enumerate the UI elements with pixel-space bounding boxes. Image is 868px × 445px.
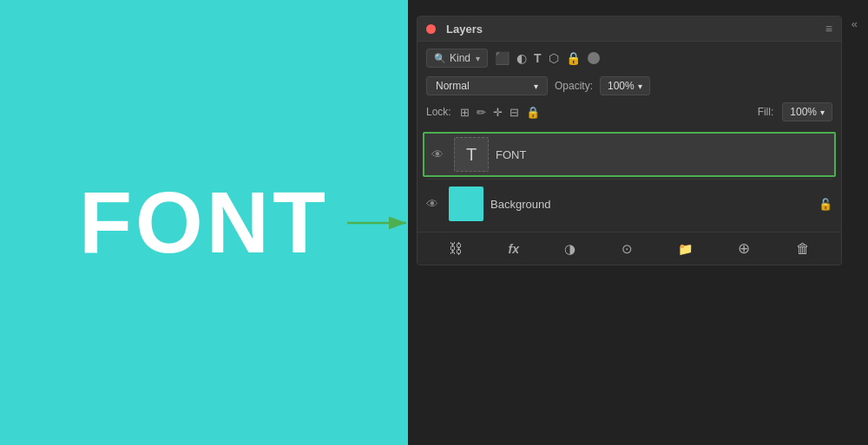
group-icon[interactable]: 📁	[678, 242, 693, 256]
filter-shape-icon[interactable]: ⬡	[549, 51, 559, 65]
bg-layer-name: Background	[490, 198, 812, 211]
filter-color-icon[interactable]	[588, 52, 600, 64]
arrow-graphic	[347, 206, 417, 240]
lock-transparent-icon[interactable]: ⊞	[460, 106, 470, 119]
adjustment-icon[interactable]: ⊙	[621, 241, 633, 257]
fx-icon[interactable]: fx	[509, 242, 519, 256]
new-layer-icon[interactable]: ⊕	[738, 239, 750, 258]
opacity-chevron: ▾	[638, 82, 642, 91]
search-icon: 🔍	[434, 53, 446, 64]
panel-titlebar: Layers ≡	[418, 16, 841, 42]
layer-item-background[interactable]: 👁 Background 🔓	[418, 181, 841, 226]
kind-label: Kind	[450, 52, 470, 64]
bg-layer-visibility[interactable]: 👁	[426, 197, 442, 211]
fill-value-text: 100%	[790, 106, 817, 118]
panel-menu-icon[interactable]: ≡	[825, 22, 832, 36]
mask-icon[interactable]: ◑	[564, 241, 575, 257]
filter-row: 🔍 Kind ▾ ⬛ ◐ T ⬡ 🔒	[418, 42, 841, 73]
layers-list: 👁 T FONT 👁 Background 🔓	[418, 127, 841, 232]
lock-pixels-icon[interactable]: ✏	[477, 106, 486, 119]
blend-chevron: ▾	[534, 82, 538, 91]
panel-toolbar: ⛓ fx ◑ ⊙ 📁 ⊕ 🗑	[418, 232, 841, 265]
panel-title: Layers	[446, 23, 483, 36]
panel-controls: Layers	[426, 23, 483, 36]
filter-adjustment-icon[interactable]: ◐	[516, 51, 527, 65]
font-layer-name: FONT	[496, 148, 827, 161]
fill-chevron: ▾	[820, 108, 825, 117]
layers-panel: Layers ≡ 🔍 Kind ▾ ⬛ ◐ T ⬡ 🔒	[417, 16, 842, 265]
kind-dropdown[interactable]: 🔍 Kind ▾	[426, 49, 488, 68]
fill-input[interactable]: 100% ▾	[782, 102, 832, 121]
blend-row: Normal ▾ Opacity: 100% ▾	[418, 73, 841, 99]
font-layer-visibility[interactable]: 👁	[431, 147, 447, 161]
delete-layer-icon[interactable]: 🗑	[796, 241, 810, 257]
lock-all-icon[interactable]: 🔒	[526, 106, 540, 119]
kind-chevron: ▾	[476, 54, 480, 63]
filter-image-icon[interactable]: ⬛	[495, 51, 510, 65]
link-icon[interactable]: ⛓	[449, 241, 463, 257]
canvas-area: FONT	[0, 0, 408, 445]
layer-item-font[interactable]: 👁 T FONT	[423, 132, 836, 177]
font-layer-thumbnail: T	[454, 137, 489, 172]
lock-artboard-icon[interactable]: ⊟	[510, 106, 519, 119]
lock-label: Lock:	[426, 106, 451, 118]
opacity-label: Opacity:	[555, 80, 593, 92]
opacity-value-text: 100%	[608, 80, 635, 92]
right-panel: « Layers ≡ 🔍 Kind ▾ ⬛ ◐ T	[408, 0, 868, 445]
lock-position-icon[interactable]: ✛	[493, 106, 503, 119]
filter-icons: ⬛ ◐ T ⬡ 🔒	[495, 51, 600, 65]
opacity-input[interactable]: 100% ▾	[600, 76, 650, 95]
canvas-font-text: FONT	[79, 173, 329, 272]
fill-label: Fill:	[758, 106, 774, 118]
layer-divider	[426, 179, 832, 180]
lock-row: Lock: ⊞ ✏ ✛ ⊟ 🔒 Fill: 100% ▾	[418, 99, 841, 127]
lock-icons: ⊞ ✏ ✛ ⊟ 🔒	[460, 106, 540, 119]
bg-layer-lock-icon: 🔓	[819, 198, 832, 211]
blend-mode-value: Normal	[436, 80, 470, 92]
close-button[interactable]	[426, 24, 436, 34]
font-layer-type-icon: T	[466, 145, 477, 165]
bg-layer-thumbnail	[449, 187, 483, 221]
filter-type-icon[interactable]: T	[534, 51, 542, 65]
blend-mode-dropdown[interactable]: Normal ▾	[426, 76, 548, 95]
collapse-button[interactable]: «	[852, 17, 858, 30]
filter-smart-icon[interactable]: 🔒	[566, 51, 581, 65]
